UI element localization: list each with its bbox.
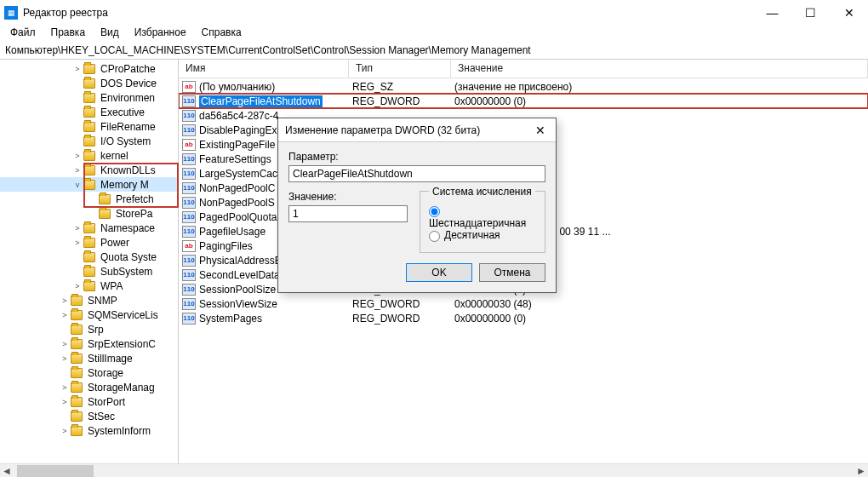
tree-item[interactable]: DOS Device bbox=[0, 76, 178, 90]
expander-icon[interactable]: > bbox=[72, 152, 83, 160]
scroll-thumb[interactable] bbox=[17, 465, 94, 477]
tree-item[interactable]: Prefetch bbox=[0, 192, 178, 206]
tree-item[interactable]: Executive bbox=[0, 105, 178, 119]
tree-item[interactable]: >StillImage bbox=[0, 351, 178, 365]
ok-button[interactable]: OK bbox=[406, 263, 472, 282]
radix-hex-radio[interactable] bbox=[429, 206, 440, 217]
horizontal-scrollbar[interactable]: ◄ ► bbox=[0, 463, 868, 477]
close-button[interactable]: ✕ bbox=[830, 0, 868, 26]
tree-item-label: Executive bbox=[99, 106, 146, 118]
tree-item[interactable]: SubSystem bbox=[0, 264, 178, 279]
tree-item[interactable]: >CProPatche bbox=[0, 61, 178, 76]
dword-icon: 110 bbox=[182, 269, 196, 281]
expander-icon[interactable]: > bbox=[60, 311, 70, 319]
expander-icon[interactable]: > bbox=[72, 65, 83, 73]
folder-icon bbox=[83, 165, 95, 175]
dialog-title: Изменение параметра DWORD (32 бита) bbox=[285, 124, 532, 136]
tree-item[interactable]: Quota Syste bbox=[0, 250, 178, 264]
tree-item-label: StorageManag bbox=[86, 382, 157, 394]
menu-help[interactable]: Справка bbox=[195, 26, 248, 43]
tree-item[interactable]: >StorageManag bbox=[0, 380, 178, 394]
expander-icon[interactable]: > bbox=[60, 354, 70, 363]
menu-edit[interactable]: Правка bbox=[44, 26, 93, 43]
tree-item[interactable]: >Namespace bbox=[0, 221, 178, 235]
row-name: LargeSystemCac bbox=[199, 168, 277, 180]
tree-item[interactable]: >KnownDLLs bbox=[0, 163, 178, 177]
row-name: PagedPoolQuota bbox=[199, 211, 277, 223]
row-name: SystemPages bbox=[199, 313, 262, 325]
expander-icon[interactable]: > bbox=[72, 238, 83, 247]
maximize-button[interactable]: ☐ bbox=[791, 0, 830, 26]
tree-item[interactable]: Srp bbox=[0, 322, 178, 336]
tree-item[interactable]: >SNMP bbox=[0, 293, 178, 307]
col-value[interactable]: Значение bbox=[451, 60, 868, 78]
param-label: Параметр: bbox=[288, 151, 545, 163]
tree-item-label: KnownDLLs bbox=[99, 164, 157, 176]
tree-item[interactable]: I/O System bbox=[0, 134, 178, 148]
folder-icon bbox=[83, 267, 95, 277]
expander-icon[interactable]: > bbox=[72, 224, 83, 233]
dword-icon: 110 bbox=[182, 255, 196, 267]
row-value: 0x00000030 (48) bbox=[454, 298, 868, 310]
minimize-button[interactable]: — bbox=[753, 0, 791, 26]
tree-item[interactable]: vMemory M bbox=[0, 177, 178, 192]
row-name: PagingFiles bbox=[199, 240, 253, 252]
folder-icon bbox=[71, 382, 83, 393]
menu-favorites[interactable]: Избранное bbox=[128, 26, 193, 43]
param-field[interactable] bbox=[288, 165, 545, 182]
dialog-title-bar[interactable]: Изменение параметра DWORD (32 бита) ✕ bbox=[278, 118, 556, 142]
row-name: SessionViewSize bbox=[199, 298, 277, 310]
list-row[interactable]: 110SessionViewSizeREG_DWORD0x00000030 (4… bbox=[179, 296, 868, 311]
expander-icon[interactable]: > bbox=[72, 166, 83, 175]
tree-item-label: FileRename bbox=[99, 121, 157, 133]
tree-item[interactable]: FileRename bbox=[0, 119, 178, 134]
tree-pane[interactable]: >CProPatcheDOS DeviceEnvironmenExecutive… bbox=[0, 60, 179, 465]
tree-item[interactable]: >WPA bbox=[0, 279, 178, 293]
menu-file[interactable]: Файл bbox=[3, 26, 43, 43]
row-name: PagefileUsage bbox=[199, 226, 266, 238]
value-field[interactable] bbox=[288, 205, 408, 222]
tree-item[interactable]: >SystemInform bbox=[0, 423, 178, 438]
list-row[interactable]: 110SystemPagesREG_DWORD0x00000000 (0) bbox=[179, 311, 868, 325]
radix-fieldset: Система исчисления Шестнадцатеричная Дес… bbox=[420, 191, 545, 253]
expander-icon[interactable]: > bbox=[60, 296, 70, 305]
radix-hex[interactable]: Шестнадцатеричная bbox=[429, 205, 536, 229]
tree-item[interactable]: StorePa bbox=[0, 206, 178, 221]
col-type[interactable]: Тип bbox=[349, 60, 451, 78]
tree-item[interactable]: Storage bbox=[0, 365, 178, 380]
dialog-close-icon[interactable]: ✕ bbox=[532, 124, 549, 137]
radix-dec-radio[interactable] bbox=[429, 231, 440, 242]
tree-item[interactable]: >kernel bbox=[0, 148, 178, 163]
folder-icon bbox=[83, 93, 95, 103]
tree-item[interactable]: Environmen bbox=[0, 90, 178, 105]
expander-icon[interactable]: > bbox=[60, 427, 70, 435]
cancel-button[interactable]: Отмена bbox=[479, 263, 545, 282]
menu-view[interactable]: Вид bbox=[94, 26, 126, 43]
dword-icon: 110 bbox=[182, 124, 196, 136]
scroll-right-icon[interactable]: ► bbox=[854, 465, 868, 477]
tree-item[interactable]: >StorPort bbox=[0, 394, 178, 409]
col-name[interactable]: Имя bbox=[179, 60, 349, 78]
folder-icon bbox=[83, 122, 95, 132]
folder-icon bbox=[83, 151, 95, 161]
tree-item[interactable]: StSec bbox=[0, 409, 178, 423]
row-name: DisablePagingEx bbox=[199, 124, 277, 136]
row-name: (По умолчанию) bbox=[199, 81, 275, 93]
folder-icon bbox=[83, 107, 95, 118]
expander-icon[interactable]: > bbox=[72, 282, 83, 290]
scroll-left-icon[interactable]: ◄ bbox=[0, 465, 14, 477]
radix-dec[interactable]: Десятичная bbox=[429, 229, 536, 241]
tree-item[interactable]: >SQMServiceLis bbox=[0, 307, 178, 322]
expander-icon[interactable]: > bbox=[60, 398, 70, 406]
address-bar[interactable]: Компьютер\HKEY_LOCAL_MACHINE\SYSTEM\Curr… bbox=[0, 43, 868, 60]
list-row[interactable]: ab(По умолчанию)REG_SZ(значение не присв… bbox=[179, 79, 868, 94]
expander-icon[interactable]: > bbox=[60, 340, 70, 348]
tree-item-label: Storage bbox=[86, 367, 125, 379]
radix-legend: Система исчисления bbox=[429, 186, 535, 198]
dword-icon: 110 bbox=[182, 211, 196, 223]
tree-item[interactable]: >Power bbox=[0, 235, 178, 250]
expander-icon[interactable]: > bbox=[60, 383, 70, 392]
expander-icon[interactable]: v bbox=[72, 181, 83, 189]
list-row[interactable]: 110ClearPageFileAtShutdownREG_DWORD0x000… bbox=[179, 94, 868, 108]
tree-item[interactable]: >SrpExtensionC bbox=[0, 336, 178, 351]
